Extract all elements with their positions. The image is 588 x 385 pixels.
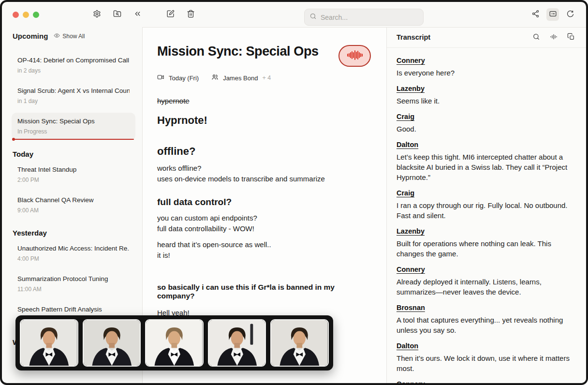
delete-note-button[interactable] bbox=[184, 8, 197, 21]
sidebar-item-op414[interactable]: OP-414: Debrief on Compromised Call in 2… bbox=[12, 52, 135, 79]
close-window-button[interactable] bbox=[13, 12, 19, 18]
transcript-header: Transcript bbox=[387, 28, 586, 48]
sidebar-header: Upcoming Show All bbox=[12, 30, 135, 41]
speaker-name[interactable]: Dalton bbox=[397, 141, 418, 148]
utterance-text: Is everyone here? bbox=[397, 68, 576, 78]
speaker-name[interactable]: Dalton bbox=[397, 342, 418, 350]
transcript-entry: DaltonThen it’s ours. We lock it down, u… bbox=[397, 341, 576, 373]
transcript-entry: DaltonLet’s keep this tight. MI6 interce… bbox=[397, 140, 576, 182]
speaker-name[interactable]: Connery bbox=[397, 266, 425, 273]
transcript-list[interactable]: ConneryIs everyone here? LazenbySeems li… bbox=[387, 48, 586, 385]
show-all-button[interactable]: Show All bbox=[54, 32, 85, 40]
chevrons-left-icon bbox=[133, 10, 142, 19]
transcript-panel: Transcript ConneryIs everyone here? Laze… bbox=[387, 27, 586, 385]
transcript-entry: LazenbySeems like it. bbox=[397, 84, 576, 106]
trash-icon bbox=[187, 10, 195, 19]
speaker-name[interactable]: Lazenby bbox=[397, 85, 425, 92]
audio-waveform-icon bbox=[550, 33, 558, 42]
folder-search-button[interactable] bbox=[111, 8, 123, 21]
new-note-button[interactable] bbox=[164, 8, 176, 21]
share-button[interactable] bbox=[529, 8, 542, 21]
settings-button[interactable] bbox=[90, 8, 103, 21]
transcript-title: Transcript bbox=[397, 33, 430, 41]
note-bold-question: so basically i can use this if Gr*la is … bbox=[157, 283, 370, 300]
note-paragraph: works offline? uses on-device models to … bbox=[157, 163, 370, 184]
bond-portrait-lazenby bbox=[83, 319, 141, 367]
speaker-name[interactable]: Lazenby bbox=[397, 227, 425, 235]
note-body[interactable]: hypernote Hyprnote! offline? works offli… bbox=[157, 97, 370, 317]
sidebar-item-summarization-protocol[interactable]: Summarization Protocol Tuning 11:00 AM bbox=[12, 270, 135, 298]
utterance-text: A tool that captures everything... yet r… bbox=[397, 315, 576, 335]
transcript-entry: LazenbyBuilt for operations where nothin… bbox=[397, 227, 576, 259]
sidebar-item-threat-intel[interactable]: Threat Intel Standup 2:00 PM bbox=[12, 161, 135, 189]
sidebar-item-signal-scrub[interactable]: Signal Scrub: Agent X vs Internal Coun..… bbox=[12, 82, 135, 110]
widget-panel-toggle-button[interactable] bbox=[546, 8, 559, 21]
note-attendee-extra[interactable]: + 4 bbox=[262, 74, 271, 81]
sidebar-item-mission-sync-selected[interactable]: Mission Sync: Special Ops In Progress bbox=[12, 113, 135, 140]
minimize-window-button[interactable] bbox=[23, 12, 29, 18]
item-title: Speech Pattern Drift Analysis bbox=[17, 305, 130, 313]
speaker-name[interactable]: Connery bbox=[397, 380, 425, 385]
panel-card-icon bbox=[549, 10, 557, 19]
note-title[interactable]: Mission Sync: Special Ops bbox=[157, 44, 319, 59]
note-paragraph: heard that it’s open-source as well.. it… bbox=[157, 239, 370, 261]
item-subtitle: In Progress bbox=[17, 128, 130, 135]
transcript-entry: ConneryAlready deployed it internally. L… bbox=[397, 265, 576, 297]
search-icon bbox=[309, 13, 317, 22]
sidebar-title: Upcoming bbox=[13, 32, 48, 40]
note-heading-offline: offline? bbox=[157, 145, 370, 158]
search-icon bbox=[532, 33, 540, 42]
bond-portrait-connery bbox=[20, 319, 78, 367]
utterance-text: Already deployed it internally. Listens,… bbox=[397, 277, 576, 297]
transcript-entry: ConneryIt’s the only AI I trust in the r… bbox=[397, 380, 576, 385]
transcript-entry: BrosnanA tool that captures everything..… bbox=[397, 303, 576, 335]
folder-search-icon bbox=[113, 10, 121, 19]
item-title: Summarization Protocol Tuning bbox=[17, 275, 130, 283]
speaker-name[interactable]: Brosnan bbox=[397, 304, 425, 311]
gear-icon bbox=[93, 10, 101, 19]
sidebar-item-black-channel[interactable]: Black Channel QA Review 9:00 AM bbox=[12, 192, 135, 219]
search-input[interactable] bbox=[321, 14, 418, 21]
eye-icon bbox=[54, 32, 60, 40]
item-subtitle: 4:00 PM bbox=[17, 255, 130, 262]
utterance-text: Let’s keep this tight. MI6 intercepted c… bbox=[397, 152, 576, 182]
note-meta: Today (Fri) James Bond + 4 bbox=[157, 74, 371, 82]
utterance-text: Good. bbox=[397, 124, 576, 134]
video-camera-icon bbox=[157, 74, 164, 82]
note-attendee[interactable]: James Bond bbox=[223, 74, 258, 82]
utterance-text: I ran a copy through our rig. Fully loca… bbox=[397, 200, 576, 221]
speaker-name[interactable]: Craig bbox=[397, 189, 414, 197]
bond-portrait-craig bbox=[145, 319, 204, 367]
note-date[interactable]: Today (Fri) bbox=[169, 74, 199, 82]
utterance-text: Then it’s ours. We lock it down, use it … bbox=[397, 353, 576, 373]
speaker-name[interactable]: Craig bbox=[397, 113, 414, 120]
transcript-entry: ConneryIs everyone here? bbox=[397, 56, 576, 78]
collapse-sidebar-button[interactable] bbox=[131, 8, 144, 21]
show-all-label: Show All bbox=[62, 33, 85, 40]
transcript-search-button[interactable] bbox=[531, 32, 542, 43]
item-subtitle: 9:00 AM bbox=[17, 207, 130, 214]
search-bar[interactable] bbox=[304, 9, 424, 26]
recording-progress-line bbox=[13, 139, 134, 140]
toolbar-left-icons bbox=[90, 8, 144, 21]
transcript-copy-button[interactable] bbox=[566, 32, 576, 43]
transcript-audio-button[interactable] bbox=[548, 32, 559, 43]
toolbar-note-icons bbox=[164, 8, 197, 21]
recording-progress-dot bbox=[12, 138, 15, 141]
note-heading-hyprnote: Hyprnote! bbox=[157, 114, 370, 127]
toolbar-right-icons bbox=[529, 2, 576, 27]
zoom-window-button[interactable] bbox=[33, 12, 39, 18]
item-title: Signal Scrub: Agent X vs Internal Coun..… bbox=[17, 87, 130, 95]
recording-waveform-button[interactable] bbox=[338, 45, 371, 67]
item-subtitle: 11:00 AM bbox=[17, 286, 130, 293]
speaker-name[interactable]: Connery bbox=[397, 57, 425, 64]
transcript-entry: CraigGood. bbox=[397, 112, 576, 134]
note-heading-full-data-control: full data control? bbox=[157, 197, 370, 207]
bond-portrait-brosnan bbox=[208, 319, 266, 367]
bond-portrait-dalton bbox=[270, 319, 329, 367]
refresh-icon bbox=[566, 10, 574, 19]
refresh-button[interactable] bbox=[564, 8, 576, 21]
item-title: Black Channel QA Review bbox=[17, 196, 130, 204]
item-subtitle: in 1 day bbox=[17, 98, 130, 104]
sidebar-item-unauthorized-mic[interactable]: Unauthorized Mic Access: Incident Re... … bbox=[12, 240, 135, 267]
